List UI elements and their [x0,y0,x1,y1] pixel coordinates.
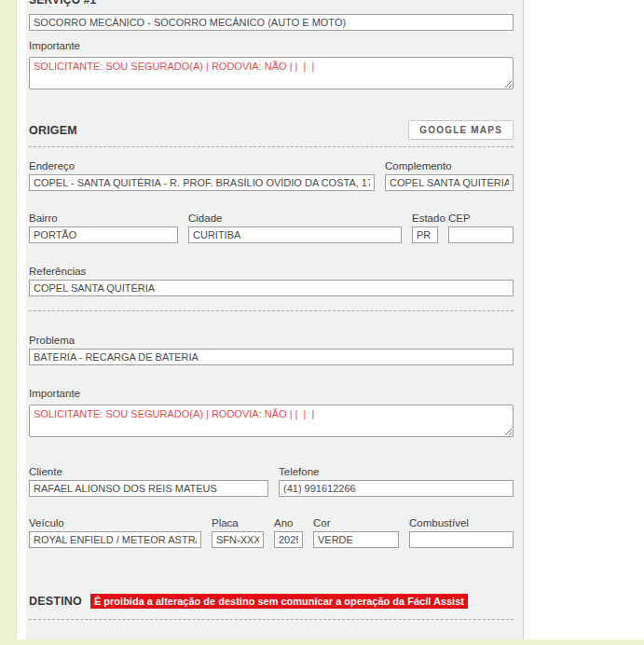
cidade-label: Cidade [188,213,402,224]
bairro-label: Bairro [29,213,178,224]
origem-divider [29,146,514,147]
destino-warning-badge: É proibida a alteração de destino sem co… [90,594,468,609]
service-importante-textarea[interactable]: SOLICITANTE: SOU SEGURADO(A) | RODOVIA: … [29,57,514,89]
origem-cidade-group: Cidade [188,213,402,243]
telefone-input[interactable] [279,480,514,497]
service-section-title: SERVIÇO #1 [29,0,514,7]
origem-problema-group: Problema [29,335,514,365]
destino-header: DESTINO É proibida a alteração de destin… [29,594,514,609]
cor-group: Cor [313,517,399,548]
destino-divider [29,619,514,620]
service-type-input[interactable] [29,14,514,31]
origem-cep-group: CEP [448,213,514,243]
combustivel-input[interactable] [409,531,514,548]
combustivel-label: Combustível [409,517,514,528]
complemento-label: Complemento [385,160,514,172]
origem-estado-group: Estado [412,213,438,243]
google-maps-button[interactable]: GOOGLE MAPS [408,120,514,140]
ano-group: Ano [274,517,303,548]
ano-label: Ano [274,517,303,528]
cliente-label: Cliente [29,466,268,477]
placa-group: Placa [212,517,264,548]
veiculo-row: Veículo Placa Ano Cor Combustível [29,517,514,548]
origem-endereco-group: Endereço [29,160,375,191]
origem-city-row: Bairro Cidade Estado CEP [29,213,514,243]
referencias-label: Referências [29,266,514,277]
origem-importante-textarea[interactable]: SOLICITANTE: SOU SEGURADO(A) | RODOVIA: … [29,405,514,437]
origem-complemento-input[interactable] [385,174,514,191]
destino-section-title: DESTINO [29,595,82,608]
endereco-label: Endereço [29,160,375,172]
origem-complemento-group: Complemento [385,160,514,191]
veiculo-group: Veículo [29,517,201,548]
cliente-row: Cliente Telefone [29,466,514,497]
origem-section-title: ORIGEM [29,124,77,137]
veiculo-label: Veículo [29,517,201,528]
origem-estado-input[interactable] [412,226,438,243]
bottom-side-strip [0,639,644,645]
origem-referencias-input[interactable] [29,280,514,296]
origem-header: ORIGEM GOOGLE MAPS [29,120,514,140]
telefone-group: Telefone [279,466,514,497]
combustivel-group: Combustível [409,517,514,548]
cliente-input[interactable] [29,480,268,497]
importante-label: Importante [29,40,514,51]
cor-label: Cor [313,517,399,528]
origem-problema-input[interactable] [29,349,514,365]
service-form-panel: SERVIÇO #1 Importante SOLICITANTE: SOU S… [26,0,524,639]
telefone-label: Telefone [279,466,514,477]
origem-importante-label: Importante [29,388,514,399]
cliente-group: Cliente [29,466,268,497]
origem-address-row: Endereço Complemento [29,160,514,191]
origem-bairro-input[interactable] [29,226,178,243]
veiculo-input[interactable] [29,531,201,548]
origem-cidade-input[interactable] [188,226,402,243]
estado-label: Estado [412,213,438,224]
origem-referencias-group: Referências [29,266,514,296]
placa-input[interactable] [212,531,264,548]
cor-input[interactable] [313,531,399,548]
placa-label: Placa [212,517,264,528]
ano-input[interactable] [274,531,303,548]
origem-endereco-input[interactable] [29,174,375,191]
origem-bairro-group: Bairro [29,213,178,243]
problema-label: Problema [29,335,514,346]
origem-problem-divider [29,310,514,311]
origem-cep-input[interactable] [448,226,514,243]
left-side-strip [0,0,17,645]
cep-label: CEP [448,213,514,224]
